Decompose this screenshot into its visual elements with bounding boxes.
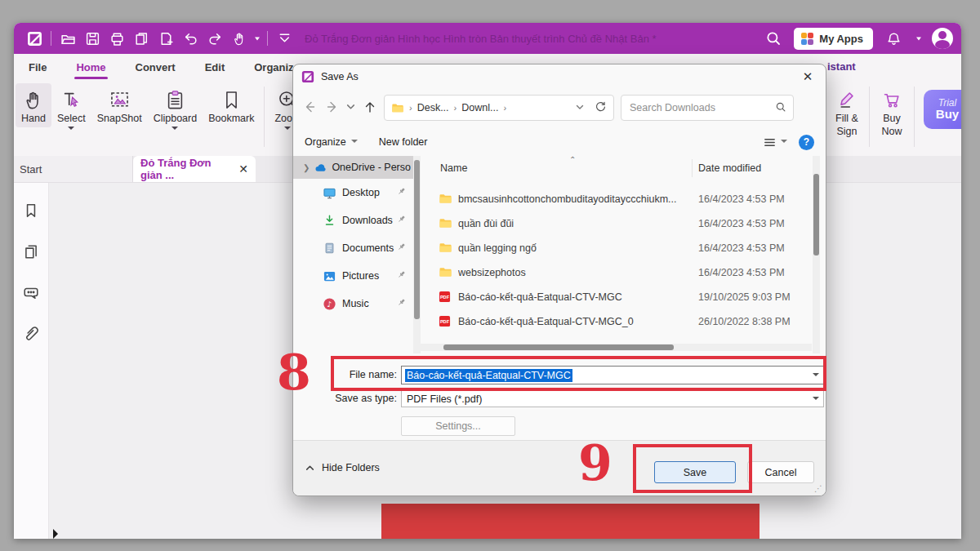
new-folder-button[interactable]: New folder: [379, 136, 428, 148]
screenshot-stage: Đỏ Trắng Đơn giản Hình học Hình tròn Bản…: [0, 0, 980, 551]
user-avatar[interactable]: [932, 28, 953, 49]
trial-buy-button[interactable]: Trial Buy: [924, 90, 961, 129]
menu-home[interactable]: Home: [76, 61, 105, 73]
ai-assistant-label: istant: [827, 60, 856, 73]
redo-icon[interactable]: [203, 28, 227, 49]
horizontal-scrollbar[interactable]: [421, 344, 812, 351]
nav-up-icon[interactable]: [363, 100, 377, 117]
tab-document-active[interactable]: Đỏ Trắng Đơn giản ... ✕: [133, 156, 256, 182]
address-breadcrumb[interactable]: › Desk... › Downl... ›: [384, 95, 614, 121]
zoom-caret-icon[interactable]: [284, 127, 291, 133]
svg-text:♪: ♪: [327, 299, 332, 308]
dialog-close-icon[interactable]: ✕: [798, 69, 817, 84]
tree-item-desktop[interactable]: Desktop: [293, 179, 414, 207]
organize-caret-icon: [351, 140, 358, 146]
settings-button[interactable]: Settings...: [401, 416, 515, 436]
navigation-sidebar: [14, 183, 49, 539]
tree-item-downloads[interactable]: Downloads: [293, 207, 414, 234]
view-mode-button[interactable]: [763, 136, 787, 149]
save-icon[interactable]: [80, 28, 105, 49]
column-name[interactable]: Name: [440, 162, 467, 174]
pin-icon[interactable]: [396, 297, 407, 308]
file-list-header: ⌃ Name Date modified: [421, 156, 812, 180]
tab-close-icon[interactable]: ✕: [238, 162, 248, 176]
fill-sign-button[interactable]: Fill & Sign: [829, 83, 865, 140]
tree-item-music[interactable]: ♪ Music: [293, 290, 414, 318]
column-date-modified[interactable]: Date modified: [698, 162, 761, 174]
organize-button[interactable]: Organize: [305, 136, 358, 148]
view-caret-icon: [781, 140, 787, 146]
tree-item-pictures[interactable]: Pictures: [293, 262, 414, 290]
menu-file[interactable]: File: [29, 61, 47, 73]
hand-tool-icon[interactable]: [227, 28, 252, 49]
breadcrumb-downloads[interactable]: Downl...: [461, 102, 498, 113]
menu-edit[interactable]: Edit: [205, 61, 225, 73]
clipboard-caret-icon[interactable]: [172, 127, 178, 133]
svg-text:PDF: PDF: [440, 319, 450, 324]
tree-scrollbar[interactable]: [413, 156, 421, 353]
bookmark-tool-button[interactable]: Bookmark: [203, 83, 260, 127]
pages-panel-icon[interactable]: [23, 243, 39, 263]
clipboard-tool-button[interactable]: Clipboard: [148, 83, 203, 136]
address-caret-icon[interactable]: [575, 102, 585, 114]
onedrive-icon: [314, 162, 327, 172]
chevron-right-icon: ›: [409, 103, 412, 113]
search-magnifier-icon[interactable]: [775, 101, 786, 115]
search-icon[interactable]: [761, 28, 786, 49]
attachments-panel-icon[interactable]: [23, 325, 39, 344]
save-as-type-caret-icon: [813, 397, 819, 403]
account-caret-icon[interactable]: [914, 28, 924, 49]
menu-convert[interactable]: Convert: [136, 61, 176, 73]
app-titlebar: Đỏ Trắng Đơn giản Hình học Hình tròn Bản…: [14, 23, 961, 54]
annotation-step-9: 9: [578, 438, 612, 487]
nav-back-icon[interactable]: [303, 100, 318, 117]
pin-icon[interactable]: [396, 214, 407, 224]
chevron-up-icon: [305, 463, 315, 473]
hand-tool-caret-icon[interactable]: [252, 28, 263, 49]
pin-icon[interactable]: [396, 269, 407, 280]
hand-tool-button[interactable]: Hand: [16, 83, 51, 127]
duplicate-page-icon[interactable]: [129, 28, 154, 49]
search-box[interactable]: [621, 95, 794, 121]
pin-icon[interactable]: [396, 242, 407, 252]
nav-forward-icon[interactable]: [324, 100, 339, 117]
help-button[interactable]: ?: [799, 135, 814, 150]
nav-recent-caret-icon[interactable]: [345, 101, 356, 114]
my-apps-button[interactable]: My Apps: [794, 28, 873, 50]
new-page-icon[interactable]: [154, 28, 178, 49]
divider: [914, 87, 915, 147]
vertical-scrollbar[interactable]: [813, 156, 820, 353]
select-caret-icon[interactable]: [68, 127, 74, 133]
snapshot-tool-button[interactable]: SnapShot: [91, 83, 148, 127]
resize-grip[interactable]: ⋰: [814, 484, 822, 493]
breadcrumb-desktop[interactable]: Desk...: [417, 102, 449, 113]
tree-item-documents[interactable]: Documents: [293, 234, 414, 262]
notifications-bell-icon[interactable]: [881, 28, 906, 49]
buy-now-button[interactable]: Buy Now: [874, 83, 910, 140]
tab-start[interactable]: Start: [14, 156, 133, 182]
foxit-dialog-icon: [301, 70, 314, 83]
svg-text:PDF: PDF: [440, 295, 450, 300]
cancel-button[interactable]: Cancel: [747, 461, 814, 483]
music-icon: ♪: [323, 297, 336, 311]
search-input[interactable]: [628, 101, 775, 114]
sidebar-expand-icon[interactable]: [53, 529, 63, 539]
folder-tree: ❯ OneDrive - Perso Desktop Downloads Doc…: [293, 156, 414, 353]
comments-panel-icon[interactable]: [23, 284, 39, 304]
foxit-logo-icon: [22, 28, 47, 49]
hide-folders-button[interactable]: Hide Folders: [305, 462, 380, 473]
refresh-icon[interactable]: [595, 100, 607, 115]
undo-icon[interactable]: [178, 28, 203, 49]
open-file-icon[interactable]: [56, 28, 80, 49]
divider: [869, 87, 870, 147]
dialog-command-bar: Organize New folder ?: [293, 130, 826, 154]
tree-expand-chevron-icon[interactable]: ❯: [303, 163, 310, 172]
print-icon[interactable]: [105, 28, 129, 49]
tree-item-onedrive[interactable]: ❯ OneDrive - Perso: [293, 156, 414, 179]
bookmarks-panel-icon[interactable]: [23, 202, 39, 222]
select-tool-button[interactable]: Select: [51, 83, 91, 136]
folder-icon: [439, 217, 452, 229]
collapse-toolbar-icon[interactable]: [272, 28, 296, 49]
save-as-type-select[interactable]: PDF Files (*.pdf): [401, 390, 824, 407]
pin-icon[interactable]: [396, 186, 407, 197]
